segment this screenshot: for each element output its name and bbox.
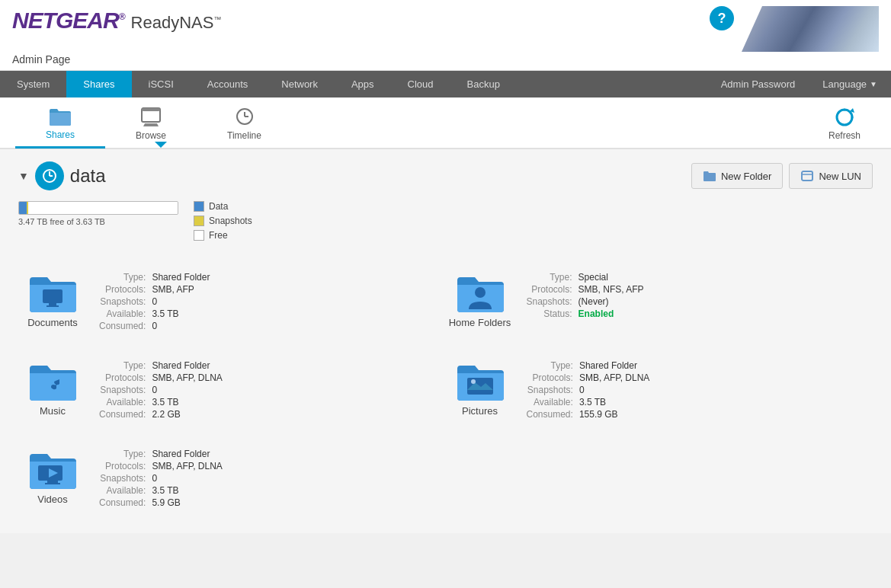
storage-bar-container: 3.47 TB free of 3.63 TB [18, 201, 178, 226]
svg-rect-18 [47, 481, 58, 483]
home-folders-details: Type:Special Protocols:SMB, NFS, AFP Sna… [524, 268, 647, 320]
admin-page-label: Admin Page [0, 52, 891, 71]
new-folder-button[interactable]: New Folder [691, 163, 783, 189]
legend-snapshots-label: Snapshots [209, 216, 252, 226]
svg-rect-9 [802, 171, 812, 181]
documents-name: Documents [27, 317, 78, 328]
svg-rect-1 [142, 108, 160, 111]
refresh-button[interactable]: Refresh [813, 99, 876, 147]
subnav-timeline-label: Timeline [227, 130, 261, 141]
subnav-item-shares[interactable]: Shares [15, 98, 105, 149]
nav-item-admin-password[interactable]: Admin Password [707, 71, 809, 97]
subnav-browse-label: Browse [136, 130, 166, 141]
new-lun-button[interactable]: New LUN [789, 163, 873, 189]
bar-data-segment [19, 202, 27, 214]
nav-item-system[interactable]: System [0, 71, 66, 97]
share-item-home-folders[interactable]: Home Folders Type:Special Protocols:SMB,… [446, 256, 873, 344]
subnav-item-timeline[interactable]: Timeline [197, 99, 292, 147]
home-folders-icon-area: Home Folders [446, 268, 514, 328]
videos-icon-area: Videos [18, 445, 87, 505]
subnav: Shares Browse Timeline Refresh [0, 97, 891, 149]
volume-icon [35, 161, 64, 190]
volume-buttons: New Folder New LUN [691, 163, 873, 189]
volume-title-area: ▼ data [18, 161, 106, 190]
nav-item-apps[interactable]: Apps [335, 71, 391, 97]
home-folders-status: Enabled [579, 308, 614, 319]
svg-rect-12 [49, 303, 56, 305]
nav-item-iscsi[interactable]: iSCSI [132, 71, 191, 97]
home-folders-name: Home Folders [449, 317, 511, 328]
new-lun-icon [800, 170, 814, 182]
netgear-logo: NETGEAR® [12, 8, 125, 34]
music-name: Music [40, 405, 66, 417]
music-folder-icon [26, 356, 79, 402]
nav-item-accounts[interactable]: Accounts [191, 71, 264, 97]
main-content: ▼ data New Folder [0, 149, 891, 533]
music-details: Type:Shared Folder Protocols:SMB, AFP, D… [96, 356, 226, 420]
main-navbar: System Shares iSCSI Accounts Network App… [0, 71, 891, 97]
storage-bar [18, 201, 178, 215]
nav-item-cloud[interactable]: Cloud [391, 71, 450, 97]
videos-name: Videos [37, 494, 68, 505]
new-folder-label: New Folder [721, 171, 771, 182]
active-tab-arrow [155, 142, 167, 148]
svg-rect-19 [45, 483, 60, 484]
bar-free-segment [28, 202, 178, 214]
share-item-documents[interactable]: Documents Type:Shared Folder Protocols:S… [18, 256, 446, 344]
pictures-details: Type:Shared Folder Protocols:SMB, AFP, D… [524, 356, 653, 420]
storage-legend: Data Snapshots Free [194, 201, 252, 241]
share-item-pictures[interactable]: Pictures Type:Shared Folder Protocols:SM… [446, 344, 873, 433]
svg-rect-13 [46, 305, 59, 307]
collapse-arrow[interactable]: ▼ [18, 170, 29, 182]
legend-item-snapshots: Snapshots [194, 216, 252, 226]
legend-item-data: Data [194, 201, 252, 212]
legend-data-label: Data [209, 201, 228, 212]
refresh-label: Refresh [829, 130, 861, 141]
storage-area: 3.47 TB free of 3.63 TB Data Snapshots F… [18, 201, 873, 241]
nav-item-shares[interactable]: Shares [66, 71, 131, 97]
videos-details: Type:Shared Folder Protocols:SMB, AFP, D… [96, 445, 226, 509]
svg-point-16 [471, 379, 476, 384]
videos-folder-icon [26, 445, 79, 491]
browse-icon [139, 107, 163, 128]
documents-folder-icon [26, 268, 79, 314]
timeline-icon [232, 107, 257, 128]
shares-folder-icon [48, 106, 72, 127]
svg-point-14 [475, 287, 486, 298]
header-decoration [742, 6, 879, 52]
pictures-icon-area: Pictures [446, 356, 514, 417]
nav-item-network[interactable]: Network [264, 71, 335, 97]
share-item-music[interactable]: Music Type:Shared Folder Protocols:SMB, … [18, 344, 446, 433]
volume-name: data [70, 165, 106, 187]
legend-item-free: Free [194, 230, 252, 241]
music-icon-area: Music [18, 356, 87, 417]
subnav-item-browse[interactable]: Browse [105, 99, 197, 147]
subnav-shares-label: Shares [46, 129, 75, 140]
storage-label: 3.47 TB free of 3.63 TB [18, 217, 178, 226]
documents-details: Type:Shared Folder Protocols:SMB, AFP Sn… [96, 268, 213, 332]
shares-grid: Documents Type:Shared Folder Protocols:S… [18, 256, 873, 521]
help-button[interactable]: ? [710, 6, 734, 30]
nav-item-language[interactable]: Language ▼ [809, 71, 891, 97]
legend-free-label: Free [209, 230, 228, 241]
nav-item-backup[interactable]: Backup [450, 71, 517, 97]
readynas-brand: ReadyNAS™ [131, 13, 222, 33]
documents-icon-area: Documents [18, 268, 87, 328]
new-folder-icon [703, 170, 716, 182]
pictures-name: Pictures [462, 405, 498, 417]
home-folder-icon [454, 268, 507, 314]
svg-rect-11 [43, 289, 62, 303]
new-lun-label: New LUN [819, 171, 861, 182]
refresh-icon [834, 107, 855, 128]
share-item-videos[interactable]: Videos Type:Shared Folder Protocols:SMB,… [18, 433, 446, 521]
pictures-folder-icon [454, 356, 507, 402]
